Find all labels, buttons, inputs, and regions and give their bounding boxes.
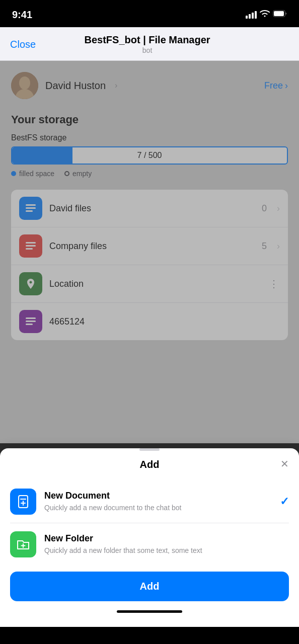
progress-text: 7 / 500 — [137, 151, 162, 160]
close-icon[interactable]: ✕ — [280, 458, 289, 470]
new-document-desc: Quickly add a new document to the chat b… — [44, 503, 272, 513]
new-folder-icon — [10, 531, 36, 557]
profile-left: David Huston › — [11, 72, 117, 99]
profile-chevron-icon: › — [115, 81, 117, 90]
storage-section: Your storage BestFS storage 7 / 500 fill… — [11, 113, 288, 178]
file-item-david[interactable]: David files 0 › — [11, 190, 288, 227]
option-item-document[interactable]: New Document Quickly add a new document … — [10, 480, 289, 523]
svg-rect-9 — [26, 245, 36, 247]
progress-bar-fill — [12, 147, 72, 164]
svg-rect-5 — [26, 204, 36, 206]
home-indicator — [117, 610, 182, 613]
storage-title: Your storage — [11, 113, 288, 126]
profile-row[interactable]: David Huston › Free › — [11, 72, 288, 99]
add-button[interactable]: Add — [10, 572, 289, 601]
bottom-sheet-title: Add — [140, 459, 160, 470]
new-folder-desc: Quickly add a new folder that some text,… — [44, 546, 289, 556]
avatar — [11, 72, 38, 99]
svg-rect-12 — [26, 320, 36, 322]
file-item-company[interactable]: Company files 5 › — [11, 227, 288, 265]
svg-rect-6 — [26, 207, 36, 209]
free-chevron-icon: › — [285, 80, 288, 91]
file-item-number[interactable]: 4665124 — [11, 303, 288, 340]
svg-rect-1 — [274, 11, 284, 16]
check-icon: ✓ — [280, 495, 289, 508]
number-files-name: 4665124 — [49, 316, 85, 327]
svg-rect-10 — [26, 248, 33, 250]
progress-bar: 7 / 500 — [11, 146, 288, 165]
bottom-sheet-content: New Document Quickly add a new document … — [0, 476, 299, 627]
location-name: Location — [49, 279, 262, 289]
profile-name: David Huston — [45, 80, 106, 92]
svg-point-3 — [19, 76, 30, 90]
location-icon — [19, 272, 42, 295]
status-bar: 9:41 — [0, 0, 299, 27]
new-folder-title: New Folder — [44, 533, 289, 544]
new-document-icon — [10, 489, 36, 515]
option-item-folder[interactable]: New Folder Quickly add a new folder that… — [10, 523, 289, 566]
number-files-icon — [19, 310, 42, 333]
storage-label: BestFS storage — [11, 133, 288, 142]
bottom-sheet: Add ✕ New Document Quickly add a new doc… — [0, 448, 299, 627]
new-document-title: New Document — [44, 491, 272, 501]
david-files-icon — [19, 197, 42, 220]
bottom-sheet-header: Add ✕ — [0, 451, 299, 476]
status-icons — [246, 10, 287, 20]
main-content-wrapper: David Huston › Free › Your storage BestF… — [0, 61, 299, 627]
new-folder-text: New Folder Quickly add a new folder that… — [44, 533, 289, 556]
david-files-chevron-icon: › — [277, 203, 280, 214]
file-item-location[interactable]: Location ⋮ — [11, 265, 288, 303]
svg-rect-7 — [26, 210, 33, 212]
svg-rect-11 — [26, 317, 36, 319]
header-center: BestFS_bot | File Manager bot — [85, 34, 210, 54]
company-files-count: 5 — [262, 241, 267, 252]
status-time: 9:41 — [12, 9, 32, 21]
wifi-icon — [260, 10, 270, 20]
legend-empty: empty — [64, 170, 92, 178]
david-files-name: David files — [49, 203, 255, 214]
legend-filled: filled space — [11, 170, 54, 178]
app-header: Close BestFS_bot | File Manager bot — [0, 27, 299, 61]
filled-dot-icon — [11, 171, 16, 176]
app-title: BestFS_bot | File Manager — [85, 34, 210, 46]
battery-icon — [273, 10, 287, 19]
location-dots-icon[interactable]: ⋮ — [269, 278, 280, 290]
company-files-name: Company files — [49, 241, 255, 252]
company-files-icon — [19, 234, 42, 258]
app-subtitle: bot — [85, 46, 210, 54]
storage-legend: filled space empty — [11, 170, 288, 178]
svg-rect-13 — [26, 324, 33, 325]
empty-dot-icon — [64, 171, 69, 176]
svg-rect-8 — [26, 242, 36, 244]
new-document-text: New Document Quickly add a new document … — [44, 491, 272, 513]
file-list: David files 0 › Company files 5 › — [11, 190, 288, 340]
close-button[interactable]: Close — [10, 39, 36, 50]
company-files-chevron-icon: › — [277, 241, 280, 252]
signal-icon — [246, 11, 257, 19]
free-badge[interactable]: Free › — [264, 80, 288, 91]
david-files-count: 0 — [262, 203, 267, 214]
